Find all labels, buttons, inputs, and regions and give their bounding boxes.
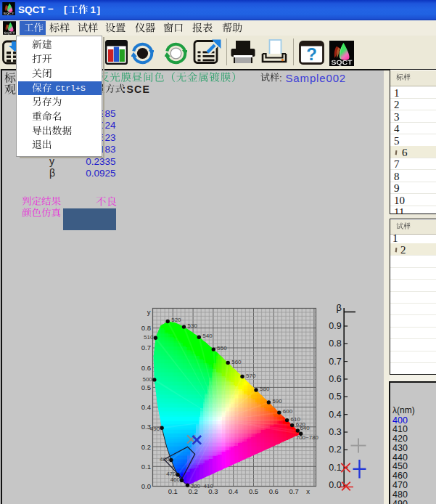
svg-text:0.4: 0.4 <box>229 487 238 495</box>
svg-text:600: 600 <box>283 408 293 415</box>
svg-text:0.4: 0.4 <box>329 410 341 420</box>
svg-text:460: 460 <box>170 476 181 483</box>
svg-text:500: 500 <box>142 376 152 383</box>
svg-text:520: 520 <box>171 317 181 323</box>
svg-text:640: 640 <box>300 425 310 431</box>
svg-text:0.1: 0.1 <box>168 487 178 495</box>
svg-text:530: 530 <box>188 322 198 329</box>
svg-text:0.2: 0.2 <box>141 443 151 451</box>
svg-text:0.1: 0.1 <box>141 463 151 471</box>
svg-text:0.7: 0.7 <box>329 357 341 367</box>
svg-text:0.7: 0.7 <box>141 344 151 351</box>
svg-text:0.5: 0.5 <box>329 391 341 402</box>
svg-text:540: 540 <box>202 333 213 339</box>
svg-text:0.0: 0.0 <box>329 480 341 490</box>
svg-text:0.0: 0.0 <box>141 482 151 490</box>
svg-text:0.6: 0.6 <box>269 487 279 495</box>
svg-text:0.5: 0.5 <box>141 383 151 391</box>
svg-text:?: ? <box>306 44 317 64</box>
svg-text:0.8: 0.8 <box>141 324 151 332</box>
svg-text:700~780: 700~780 <box>296 434 319 441</box>
svg-text:β: β <box>337 302 342 313</box>
svg-text:480: 480 <box>160 456 170 463</box>
svg-text:510: 510 <box>144 334 154 341</box>
svg-text:0.1: 0.1 <box>329 463 341 473</box>
svg-text:550: 550 <box>217 345 227 351</box>
svg-text:0.3: 0.3 <box>329 427 341 437</box>
svg-text:0.7: 0.7 <box>289 487 298 495</box>
svg-text:0.3: 0.3 <box>141 423 151 431</box>
svg-text:0.4: 0.4 <box>141 403 151 411</box>
svg-text:0.6: 0.6 <box>141 364 151 372</box>
svg-text:560: 560 <box>231 359 242 365</box>
svg-text:0.2: 0.2 <box>188 487 197 495</box>
svg-text:0.9: 0.9 <box>329 321 341 331</box>
svg-text:x: x <box>306 487 310 495</box>
svg-text:y: y <box>147 308 151 316</box>
svg-text:490: 490 <box>150 426 160 432</box>
svg-text:590: 590 <box>272 398 282 405</box>
svg-text:0.6: 0.6 <box>329 374 341 384</box>
svg-text:580: 580 <box>260 386 270 392</box>
svg-text:0.3: 0.3 <box>208 487 218 495</box>
svg-text:570: 570 <box>246 373 256 379</box>
svg-text:0.2: 0.2 <box>329 444 341 455</box>
svg-text:0.8: 0.8 <box>329 338 341 349</box>
svg-text:0.5: 0.5 <box>249 487 258 495</box>
